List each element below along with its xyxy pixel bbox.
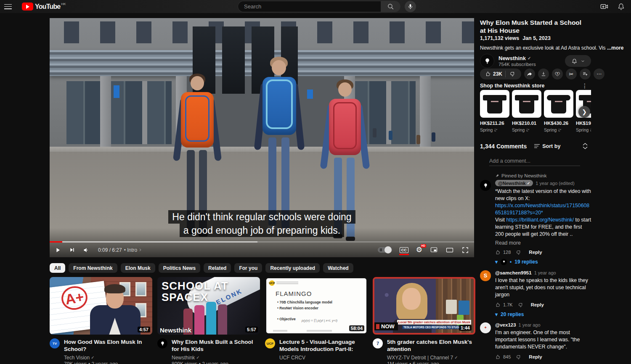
reply-button[interactable]: Reply	[529, 250, 542, 255]
comment-time[interactable]: 1 year ago (edited)	[536, 181, 574, 186]
like-button[interactable]: 23K	[482, 71, 505, 77]
channel-name[interactable]: WXYZ-TV Detroit | Channel 7✓	[387, 355, 475, 361]
related-video-card[interactable]: ELONK SCHOOL ATSPACEX Newsthink 5:57 Why…	[157, 277, 260, 364]
comment-link[interactable]: https://x.com/Newsthink/status/171506086…	[495, 203, 589, 216]
merch-vendor[interactable]: Spring	[512, 127, 541, 132]
filter-chip[interactable]: Watched	[323, 263, 353, 273]
channel-name[interactable]: Tech Vision✓	[64, 355, 152, 361]
description-snippet[interactable]: Newsthink gets an exclusive look at Ad A…	[480, 45, 591, 51]
merch-item[interactable]: HK$211.26 Spring	[480, 90, 509, 132]
reply-button[interactable]: Reply	[531, 302, 544, 307]
merch-item[interactable]: HK$210.01 Spring	[512, 90, 541, 132]
search-input[interactable]	[244, 3, 370, 10]
fullscreen-button[interactable]	[461, 246, 469, 254]
channel-avatar[interactable]	[480, 54, 494, 68]
comment-time[interactable]: 1 year ago	[519, 322, 541, 327]
sort-comments-button[interactable]: Sort by	[534, 143, 560, 149]
filter-chip[interactable]: From Newsthink	[69, 263, 117, 273]
filter-chip[interactable]: For you	[234, 263, 262, 273]
filter-chip[interactable]: Politics News	[159, 263, 200, 273]
video-title[interactable]: Lecture 5 - Visual-Language Models Intro…	[279, 338, 368, 353]
comment-author[interactable]: @vex123	[495, 322, 516, 327]
subtitles-button[interactable]: CC	[400, 247, 408, 253]
more-button[interactable]: ...more	[607, 45, 623, 51]
comment-author[interactable]: @samchen9951	[495, 270, 532, 275]
video-player[interactable]: He didn't think regular schools were doi…	[50, 18, 474, 257]
autoplay-toggle[interactable]	[378, 247, 392, 253]
add-comment-input[interactable]	[489, 156, 580, 166]
news-banner-headline: Local 5th grader catches attention of El…	[397, 320, 471, 324]
verified-icon: ✓	[454, 355, 458, 360]
notifications-preference-button[interactable]	[565, 55, 591, 67]
video-thumbnail[interactable]: ELONK SCHOOL ATSPACEX Newsthink 5:57	[157, 277, 260, 335]
video-thumbnail[interactable]: Local 5th grader catches attention of El…	[373, 277, 475, 335]
merch-vendor[interactable]: Spring	[480, 127, 509, 132]
comment-like-button[interactable]	[495, 250, 501, 255]
channel-avatar[interactable]	[157, 338, 167, 348]
comment-link[interactable]: https://brilliant.org/Newsthink/	[506, 217, 574, 223]
filter-chip-all[interactable]: All	[50, 263, 65, 273]
channel-avatar[interactable]: TV	[50, 338, 60, 348]
filter-chip[interactable]: Recently uploaded	[265, 263, 320, 273]
channel-avatar[interactable]: 7	[373, 338, 383, 348]
search-box[interactable]	[238, 1, 381, 12]
channel-avatar[interactable]: UCF	[265, 338, 275, 348]
filter-chip[interactable]: Related	[204, 263, 231, 273]
related-video-card[interactable]: Local 5th grader catches attention of El…	[373, 277, 475, 364]
sort-icon	[534, 144, 540, 148]
hamburger-menu-icon[interactable]	[4, 4, 12, 9]
comment-author-badge[interactable]: @Newsthink✓	[495, 180, 533, 186]
comment-time[interactable]: 1 year ago	[534, 270, 556, 275]
previous-comment-button[interactable]	[583, 142, 588, 146]
video-thumbnail[interactable]: UCF FLAMINGO • 70B Chinchilla language m…	[265, 277, 368, 335]
view-replies-button[interactable]: ▾ • 19 replies	[495, 259, 538, 265]
comment-dislike-button[interactable]	[516, 250, 521, 255]
youtube-logo[interactable]: YouTube HK	[22, 3, 66, 11]
comment-avatar[interactable]: ✦	[480, 322, 491, 333]
merch-vendor[interactable]: Spring	[544, 127, 573, 132]
related-video-card[interactable]: UCF FLAMINGO • 70B Chinchilla language m…	[265, 277, 368, 364]
comment-like-button[interactable]	[495, 302, 501, 308]
views-and-date: 1,171,132 viewsJan 5, 2023	[480, 35, 554, 41]
read-more-button[interactable]: Read more	[495, 240, 592, 246]
video-title[interactable]: 5th grader catches Elon Musk's attention	[387, 338, 475, 353]
merch-item[interactable]: HK$430.26 Spring	[544, 90, 573, 132]
download-button[interactable]	[538, 69, 549, 79]
play-button[interactable]	[55, 247, 61, 253]
share-button[interactable]	[524, 69, 535, 79]
more-actions-button[interactable]: ⋯	[594, 69, 604, 79]
channel-name[interactable]: Newsthink✓	[498, 55, 536, 61]
comment-avatar[interactable]	[480, 180, 491, 191]
channel-name[interactable]: UCF CRCV	[279, 355, 368, 361]
next-comment-button[interactable]	[583, 146, 588, 150]
related-video-card[interactable]: A+ 4:57 TV How Good Was Elon Musk In Sch…	[50, 277, 152, 364]
search-button[interactable]	[381, 1, 400, 12]
comment-avatar[interactable]: S	[480, 270, 491, 281]
clip-button[interactable]: ✂	[566, 69, 577, 79]
filter-chip[interactable]: Elon Musk	[121, 263, 155, 273]
theater-mode-button[interactable]	[445, 246, 454, 254]
thanks-button[interactable]: $	[552, 69, 563, 79]
comment-like-button[interactable]	[495, 354, 501, 360]
miniplayer-button[interactable]	[430, 246, 438, 254]
voice-search-button[interactable]	[405, 1, 416, 12]
view-replies-button[interactable]: ▾ 20 replies	[495, 311, 524, 317]
dislike-button[interactable]	[506, 71, 519, 77]
create-button[interactable]	[600, 2, 609, 11]
video-title[interactable]: How Good Was Elon Musk In School?	[64, 338, 152, 353]
merch-scroll-next-button[interactable]: ❯	[578, 106, 590, 118]
comment-dislike-button[interactable]	[516, 354, 521, 360]
chapter-label[interactable]: • Intro	[124, 247, 143, 253]
settings-button[interactable]: ⚙HD	[416, 246, 422, 253]
channel-name[interactable]: Newsthink✓	[172, 355, 260, 361]
comment-dislike-button[interactable]	[518, 302, 523, 308]
next-button[interactable]	[69, 247, 75, 253]
save-button[interactable]	[580, 69, 591, 79]
store-menu-icon[interactable]: ⋮	[582, 82, 591, 89]
notifications-button[interactable]	[617, 3, 625, 11]
reply-button[interactable]: Reply	[529, 354, 542, 359]
volume-button[interactable]	[83, 247, 90, 253]
video-thumbnail[interactable]: A+ 4:57	[50, 277, 152, 335]
video-title[interactable]: Why Elon Musk Built a School for His Kid…	[172, 338, 260, 353]
merch-vendor[interactable]: Spring	[576, 127, 591, 132]
